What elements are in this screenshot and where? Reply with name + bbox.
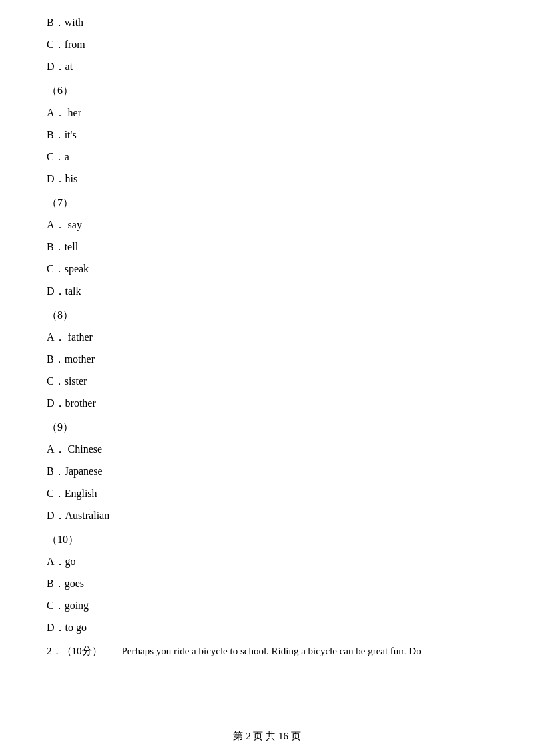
option-b-with: B．with: [47, 13, 487, 33]
option-a-go: A．go: [47, 552, 487, 572]
option-a-her: A． her: [47, 104, 487, 123]
option-c-going: C．going: [47, 596, 487, 616]
option-a-chinese: A． Chinese: [47, 440, 487, 459]
question-10: （10）: [47, 530, 487, 550]
question-8: （8）: [47, 306, 487, 325]
option-c-a: C．a: [47, 148, 487, 167]
page-footer: 第 2 页 共 16 页: [0, 730, 534, 743]
option-c-from: C．from: [47, 35, 487, 55]
page-content: B．with C．from D．at （6） A． her B．it's C．a…: [0, 0, 534, 701]
question-6: （6）: [47, 81, 487, 101]
option-d-brother: D．brother: [47, 394, 487, 413]
option-c-sister: C．sister: [47, 372, 487, 391]
option-d-his: D．his: [47, 170, 487, 189]
option-b-its: B．it's: [47, 126, 487, 145]
option-c-speak: C．speak: [47, 260, 487, 279]
option-d-talk: D．talk: [47, 282, 487, 301]
option-b-mother: B．mother: [47, 350, 487, 369]
question-9: （9）: [47, 418, 487, 437]
option-d-at: D．at: [47, 57, 487, 77]
option-d-australian: D．Australian: [47, 506, 487, 526]
option-d-togo: D．to go: [47, 618, 487, 638]
option-b-tell: B．tell: [47, 238, 487, 257]
option-a-father: A． father: [47, 328, 487, 347]
option-b-goes: B．goes: [47, 574, 487, 594]
option-c-english: C．English: [47, 484, 487, 504]
option-a-say: A． say: [47, 216, 487, 235]
question-2-intro: 2．（10分） Perhaps you ride a bicycle to sc…: [47, 642, 487, 660]
question-7: （7）: [47, 194, 487, 213]
option-b-japanese: B．Japanese: [47, 462, 487, 482]
